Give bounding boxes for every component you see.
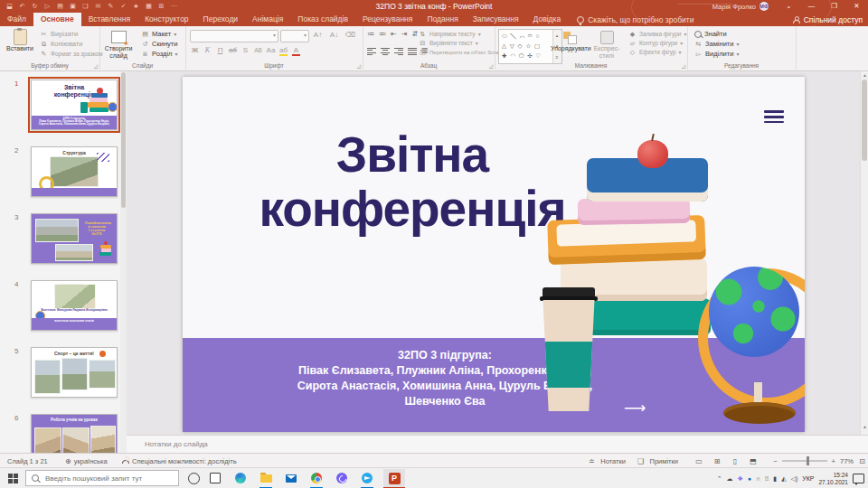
zoom-out-icon[interactable]: − bbox=[773, 457, 777, 465]
touch-mode-icon[interactable]: ⊞ bbox=[156, 0, 167, 13]
tab-animations[interactable]: Анімація bbox=[245, 13, 290, 26]
chrome-icon[interactable] bbox=[309, 471, 324, 485]
redo-icon[interactable]: ↻ bbox=[29, 0, 41, 13]
reset-button[interactable]: ↺Скинути bbox=[141, 39, 177, 49]
telegram-icon[interactable] bbox=[360, 471, 374, 485]
draw-icon[interactable]: ✎ bbox=[105, 0, 117, 13]
thumbnail-slide-5[interactable]: Спорт – це життя! bbox=[31, 347, 118, 398]
zoom-in-icon[interactable]: + bbox=[832, 457, 835, 465]
normal-view-icon[interactable]: ▭ bbox=[693, 457, 705, 465]
slide-scrollbar-thumb[interactable] bbox=[862, 80, 867, 161]
action-center-icon[interactable] bbox=[853, 474, 864, 483]
increase-indent-icon[interactable]: ⇥ bbox=[401, 30, 408, 38]
select-button[interactable]: ▻Виділити▾ bbox=[694, 49, 739, 59]
grow-font-icon[interactable]: А↑ bbox=[312, 31, 324, 39]
tab-recording[interactable]: Записування bbox=[466, 13, 526, 26]
zoom-slider[interactable] bbox=[782, 460, 827, 462]
print-icon[interactable]: ❏ bbox=[80, 0, 91, 13]
onedrive-icon[interactable]: ☁ bbox=[727, 475, 733, 483]
highlight-color-button[interactable]: аб bbox=[278, 46, 289, 54]
email-icon[interactable]: ✉ bbox=[92, 0, 104, 13]
font-dialog-launcher-icon[interactable]: ◿ bbox=[357, 63, 361, 69]
slide-scrollbar[interactable]: ▲ ▲ ▼ ▼ bbox=[860, 70, 868, 453]
start-button[interactable] bbox=[8, 474, 18, 483]
accessibility-checker[interactable]: Спеціальні можливості: дослідіть bbox=[122, 454, 237, 468]
keyboard-language[interactable]: УКР bbox=[802, 475, 814, 482]
paste-button[interactable]: Вставити bbox=[3, 29, 37, 52]
tray-expand-icon[interactable]: ⌃ bbox=[717, 475, 722, 483]
taskbar-search[interactable] bbox=[25, 470, 179, 486]
thumbnail-slide-2[interactable]: Структура bbox=[31, 146, 118, 197]
thumbnail-panel-scrollbar[interactable] bbox=[120, 70, 127, 453]
network-icon[interactable]: ◭ bbox=[781, 475, 786, 483]
zoom-slider-thumb[interactable] bbox=[807, 456, 809, 465]
new-slide-icon[interactable]: ▤ bbox=[54, 0, 66, 13]
task-view-icon[interactable] bbox=[208, 471, 222, 485]
powerpoint-icon[interactable]: P bbox=[387, 471, 401, 485]
edge-icon[interactable] bbox=[233, 471, 248, 485]
undo-icon[interactable]: ↶ bbox=[16, 0, 28, 13]
decrease-indent-icon[interactable]: ⇤ bbox=[391, 30, 397, 38]
spelling-icon[interactable]: ✓ bbox=[118, 0, 129, 13]
zoom-level[interactable]: 77% bbox=[840, 454, 854, 468]
customize-quick-access-icon[interactable]: ⋯ bbox=[168, 0, 180, 13]
tab-file[interactable]: Файл bbox=[0, 13, 33, 26]
viber-icon[interactable] bbox=[335, 471, 349, 485]
quick-styles-button[interactable]: Експрес-стилі bbox=[589, 29, 625, 60]
notes-panel[interactable]: Нотатки до слайда bbox=[127, 435, 868, 454]
text-shadow-button[interactable]: S bbox=[240, 46, 251, 54]
close-icon[interactable]: ✕ bbox=[845, 0, 868, 13]
tab-insert[interactable]: Вставлення bbox=[81, 13, 137, 26]
clipboard-dialog-launcher-icon[interactable]: ◿ bbox=[94, 63, 98, 69]
tab-slideshow[interactable]: Показ слайдів bbox=[290, 13, 355, 26]
taskbar-clock[interactable]: 15:24 27.10.2021 bbox=[818, 472, 848, 485]
open-icon[interactable]: ▣ bbox=[67, 0, 79, 13]
mail-icon[interactable] bbox=[284, 471, 298, 485]
language-indicator[interactable]: ⊕українська bbox=[65, 454, 108, 468]
justify-icon[interactable] bbox=[408, 47, 417, 54]
character-spacing-button[interactable]: АВ bbox=[252, 47, 264, 53]
taskbar-search-input[interactable] bbox=[43, 474, 165, 483]
user-name[interactable]: Марія Фролко bbox=[712, 3, 756, 11]
replace-button[interactable]: ⇆Замінити▾ bbox=[694, 39, 740, 49]
ribbon-display-options-icon[interactable]: ⌄ bbox=[778, 0, 800, 13]
tab-design[interactable]: Конструктор bbox=[137, 13, 195, 26]
clear-formatting-icon[interactable]: ⌫ bbox=[344, 31, 356, 39]
thumbnail-slide-4[interactable]: Вчителька: Мансурова Людмила Володимирів… bbox=[31, 280, 118, 331]
font-name-combo[interactable] bbox=[190, 30, 278, 42]
cortana-icon[interactable] bbox=[186, 471, 201, 485]
comments-toggle-button[interactable]: ❑Примітки bbox=[635, 454, 678, 468]
microphone-icon[interactable]: ⍐ bbox=[765, 475, 769, 483]
section-button[interactable]: ≣Розділ▾ bbox=[141, 49, 177, 59]
bold-button[interactable]: Ж bbox=[189, 46, 201, 54]
tab-view[interactable]: Подання bbox=[420, 13, 465, 26]
avatar[interactable]: МФ bbox=[760, 2, 769, 11]
restore-icon[interactable]: ❐ bbox=[823, 0, 845, 13]
favorite-icon[interactable]: ★ bbox=[130, 0, 142, 13]
align-left-icon[interactable] bbox=[367, 47, 376, 54]
align-right-icon[interactable] bbox=[394, 47, 403, 54]
cut-button[interactable]: ✂Вирізати bbox=[40, 29, 78, 39]
drawing-dialog-launcher-icon[interactable]: ◿ bbox=[682, 63, 685, 69]
italic-button[interactable]: К bbox=[202, 46, 213, 54]
tab-review[interactable]: Рецензування bbox=[355, 13, 420, 26]
slideshow-view-icon[interactable]: ⬒ bbox=[747, 457, 760, 465]
format-painter-button[interactable]: ✎Формат за зразком bbox=[40, 49, 102, 59]
thumbnail-slide-6[interactable]: Робота учнів на уроках bbox=[31, 414, 118, 453]
align-center-icon[interactable] bbox=[381, 47, 390, 54]
slide-canvas[interactable]: Звітна конференція 32ПО 3 підгрупа: Піва… bbox=[183, 77, 805, 432]
copy-button[interactable]: ⧉Копіювати bbox=[40, 39, 82, 49]
strikethrough-button[interactable]: аб bbox=[227, 46, 239, 54]
paragraph-dialog-launcher-icon[interactable]: ◿ bbox=[489, 63, 493, 69]
font-color-button[interactable]: А bbox=[290, 46, 302, 54]
tab-transitions[interactable]: Переходи bbox=[196, 13, 246, 26]
shape-effects-button[interactable]: ◇Ефекти фігур▾ bbox=[628, 47, 682, 57]
slide-counter[interactable]: Слайд 1 з 21 bbox=[7, 454, 48, 468]
thumbnail-slide-3[interactable]: Ознайомлення зі школою І ступеня №179 bbox=[31, 213, 118, 264]
thumbnail-slide-1[interactable]: Звітна конференція 32ПО 3 підгрупа: Піва… bbox=[31, 80, 118, 130]
grid-icon[interactable]: ▦ bbox=[143, 0, 155, 13]
volume-icon[interactable]: ◁) bbox=[791, 475, 798, 483]
change-case-button[interactable]: Аа bbox=[265, 46, 277, 54]
defender-icon[interactable]: ❖ bbox=[738, 475, 743, 483]
font-size-combo[interactable] bbox=[280, 30, 309, 42]
